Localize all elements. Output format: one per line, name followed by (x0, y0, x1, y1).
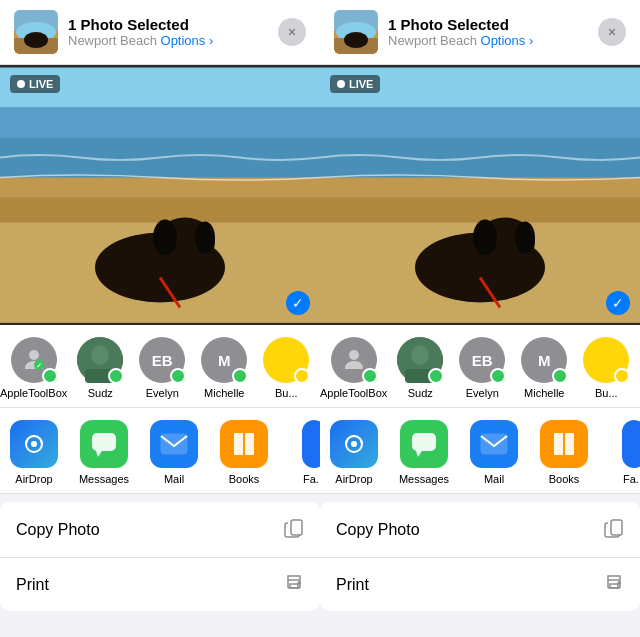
app-name-mail-right: Mail (484, 473, 504, 485)
options-link-right[interactable]: Options › (481, 33, 534, 48)
live-badge-right: LIVE (330, 75, 380, 93)
avatar-bu-left (263, 337, 309, 383)
app-name-fa-left: Fa... (303, 473, 320, 485)
copy-photo-row-left[interactable]: Copy Photo (0, 502, 320, 558)
svg-text:✓: ✓ (36, 362, 42, 369)
app-fa-left[interactable]: Fa... (280, 420, 320, 485)
actions-section-left: Copy Photo Print (0, 502, 320, 611)
mail-icon-left (150, 420, 198, 468)
print-icon-left (284, 572, 304, 597)
contact-bu-left[interactable]: Bu... (257, 337, 315, 399)
copy-photo-icon-right (604, 516, 624, 543)
app-airdrop-right[interactable]: AirDrop (320, 420, 388, 485)
svg-rect-28 (245, 433, 254, 455)
contact-name-sudz-left: Sudz (88, 387, 113, 399)
avatar-appletoolbox-left: ✓ (11, 337, 57, 383)
app-books-left[interactable]: Books (210, 420, 278, 485)
svg-point-46 (473, 220, 497, 256)
live-badge-left: LIVE (10, 75, 60, 93)
avatar-evelyn-right: EB (459, 337, 505, 383)
svg-point-49 (349, 350, 359, 360)
svg-rect-40 (320, 108, 640, 138)
copy-photo-row-right[interactable]: Copy Photo (320, 502, 640, 558)
svg-point-14 (195, 222, 215, 254)
options-link-left[interactable]: Options › (161, 33, 214, 48)
svg-marker-25 (96, 451, 102, 457)
copy-photo-label-right: Copy Photo (336, 521, 604, 539)
svg-point-23 (31, 441, 37, 447)
svg-rect-60 (611, 520, 622, 535)
app-name-books-right: Books (549, 473, 580, 485)
contact-sudz-left[interactable]: Sudz (71, 337, 129, 399)
app-name-fa-right: Fa... (623, 473, 640, 485)
app-messages-right[interactable]: Messages (390, 420, 458, 485)
contact-badge-appletoolbox-right (362, 368, 378, 384)
svg-rect-55 (412, 433, 436, 451)
contact-name-evelyn-right: Evelyn (466, 387, 499, 399)
close-button-right[interactable]: × (598, 18, 626, 46)
copy-photo-label-left: Copy Photo (16, 521, 284, 539)
svg-rect-29 (291, 520, 302, 535)
close-button-left[interactable]: × (278, 18, 306, 46)
books-icon-right (540, 420, 588, 468)
copy-photo-icon-left (284, 516, 304, 543)
app-name-messages-left: Messages (79, 473, 129, 485)
svg-point-32 (298, 582, 300, 584)
svg-rect-7 (0, 108, 320, 138)
app-mail-left[interactable]: Mail (140, 420, 208, 485)
contact-appletoolbox-right[interactable]: AppleToolBox (320, 337, 387, 399)
contact-bu-right[interactable]: Bu... (577, 337, 635, 399)
contact-name-bu-left: Bu... (275, 387, 298, 399)
svg-rect-59 (565, 433, 574, 455)
svg-point-37 (344, 32, 368, 48)
svg-point-54 (351, 441, 357, 447)
svg-point-13 (153, 220, 177, 256)
print-row-right[interactable]: Print (320, 558, 640, 611)
header-title-left: 1 Photo Selected (68, 16, 278, 33)
svg-rect-26 (161, 434, 187, 454)
contact-sudz-right[interactable]: Sudz (391, 337, 449, 399)
contact-name-appletoolbox-left: AppleToolBox (0, 387, 67, 399)
app-fa-right[interactable]: Fa... (600, 420, 640, 485)
app-books-right[interactable]: Books (530, 420, 598, 485)
svg-rect-24 (92, 433, 116, 451)
svg-rect-57 (481, 434, 507, 454)
print-icon-right (604, 572, 624, 597)
live-dot-left (17, 80, 25, 88)
messages-icon-right (400, 420, 448, 468)
svg-point-20 (91, 345, 109, 365)
svg-point-16 (29, 350, 39, 360)
svg-point-4 (24, 32, 48, 48)
contact-name-michelle-right: Michelle (524, 387, 564, 399)
contact-appletoolbox-left[interactable]: ✓ AppleToolBox (0, 337, 67, 399)
app-mail-right[interactable]: Mail (460, 420, 528, 485)
actions-section-right: Copy Photo Print (320, 502, 640, 611)
contact-evelyn-right[interactable]: EB Evelyn (453, 337, 511, 399)
app-airdrop-left[interactable]: AirDrop (0, 420, 68, 485)
airdrop-icon-left (10, 420, 58, 468)
checkmark-right: ✓ (606, 291, 630, 315)
thumbnail-left (14, 10, 58, 54)
share-sheet-header-left: 1 Photo Selected Newport Beach Options ›… (0, 0, 320, 65)
contact-michelle-left[interactable]: M Michelle (195, 337, 253, 399)
avatar-appletoolbox-right (331, 337, 377, 383)
header-subtitle-right: Newport Beach Options › (388, 33, 598, 48)
contact-name-michelle-left: Michelle (204, 387, 244, 399)
app-fa-icon-left (302, 420, 320, 468)
header-text-left: 1 Photo Selected Newport Beach Options › (68, 16, 278, 48)
app-messages-left[interactable]: Messages (70, 420, 138, 485)
apps-row-right: AirDrop Messages Mail (320, 408, 640, 494)
svg-rect-58 (554, 433, 563, 455)
print-row-left[interactable]: Print (0, 558, 320, 611)
photo-preview-right: LIVE ✓ (320, 65, 640, 325)
contact-badge-evelyn-left (170, 368, 186, 384)
contact-michelle-right[interactable]: M Michelle (515, 337, 573, 399)
contact-name-bu-right: Bu... (595, 387, 618, 399)
avatar-bu-right (583, 337, 629, 383)
svg-rect-62 (610, 584, 618, 588)
svg-point-47 (515, 222, 535, 254)
avatar-michelle-right: M (521, 337, 567, 383)
contact-evelyn-left[interactable]: EB Evelyn (133, 337, 191, 399)
svg-marker-56 (416, 451, 422, 457)
contact-name-sudz-right: Sudz (408, 387, 433, 399)
